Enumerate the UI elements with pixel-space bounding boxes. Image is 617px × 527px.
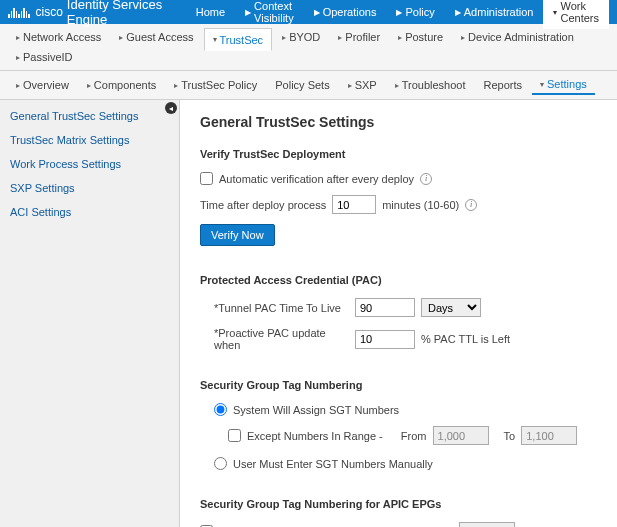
subnav-guest-access[interactable]: ▸Guest Access [111, 28, 201, 46]
info-icon[interactable]: i [465, 199, 477, 211]
subnav-trustsec-tabs: ▸Overview ▸Components ▸TrustSec Policy P… [0, 71, 617, 100]
caret-right-icon: ▶ [455, 8, 461, 17]
subnav-posture[interactable]: ▸Posture [390, 28, 451, 46]
sidebar-item-aci[interactable]: ACI Settings [0, 200, 179, 224]
caret-right-icon: ▸ [348, 81, 352, 90]
caret-right-icon: ▸ [16, 53, 20, 62]
auto-verify-checkbox[interactable] [200, 172, 213, 185]
brand-logo: cisco [8, 5, 63, 19]
section-apic: Security Group Tag Numbering for APIC EP… [200, 498, 597, 527]
top-nav: Home ▶Context Visibility ▶Operations ▶Po… [186, 0, 609, 29]
caret-right-icon: ▸ [398, 33, 402, 42]
nav-policy[interactable]: ▶Policy [386, 0, 444, 29]
subnav-network-access[interactable]: ▸Network Access [8, 28, 109, 46]
nav-work-centers[interactable]: ▾Work Centers [543, 0, 609, 29]
sgt-system-label: System Will Assign SGT Numbers [233, 404, 399, 416]
sidebar-item-matrix[interactable]: TrustSec Matrix Settings [0, 128, 179, 152]
sidebar: ◂ General TrustSec Settings TrustSec Mat… [0, 100, 180, 527]
time-units-label: minutes (10-60) [382, 199, 459, 211]
pac-proactive-suffix: % PAC TTL is Left [421, 333, 510, 345]
caret-right-icon: ▸ [174, 81, 178, 90]
tab-settings[interactable]: ▾Settings [532, 75, 595, 95]
sgt-except-label: Except Numbers In Range - [247, 430, 383, 442]
subnav-profiler[interactable]: ▸Profiler [330, 28, 388, 46]
nav-home[interactable]: Home [186, 0, 235, 29]
caret-right-icon: ▸ [119, 33, 123, 42]
caret-right-icon: ▶ [314, 8, 320, 17]
sgt-system-radio[interactable] [214, 403, 227, 416]
caret-right-icon: ▸ [338, 33, 342, 42]
pac-proactive-label: *Proactive PAC update when [214, 327, 349, 351]
main-area: ◂ General TrustSec Settings TrustSec Mat… [0, 100, 617, 527]
tab-troubleshoot[interactable]: ▸Troubleshoot [387, 75, 474, 95]
sgt-manual-label: User Must Enter SGT Numbers Manually [233, 458, 433, 470]
caret-right-icon: ▸ [395, 81, 399, 90]
sgt-from-input [433, 426, 489, 445]
caret-right-icon: ▶ [245, 8, 251, 17]
section-pac-title: Protected Access Credential (PAC) [200, 274, 597, 286]
pac-ttl-input[interactable] [355, 298, 415, 317]
sidebar-collapse-button[interactable]: ◂ [165, 102, 177, 114]
subnav-workcenters: ▸Network Access ▸Guest Access ▾TrustSec … [0, 24, 617, 71]
caret-right-icon: ▸ [461, 33, 465, 42]
caret-right-icon: ▸ [87, 81, 91, 90]
caret-down-icon: ▾ [553, 8, 557, 17]
auto-verify-label: Automatic verification after every deplo… [219, 173, 414, 185]
sgt-except-checkbox[interactable] [228, 429, 241, 442]
caret-right-icon: ▸ [282, 33, 286, 42]
cisco-logo-icon [8, 6, 30, 18]
sidebar-item-general[interactable]: General TrustSec Settings [0, 104, 179, 128]
tab-overview[interactable]: ▸Overview [8, 75, 77, 95]
section-sgt-title: Security Group Tag Numbering [200, 379, 597, 391]
pac-proactive-input[interactable] [355, 330, 415, 349]
section-sgt: Security Group Tag Numbering System Will… [200, 379, 597, 470]
section-verify-title: Verify TrustSec Deployment [200, 148, 597, 160]
sgt-from-label: From [401, 430, 427, 442]
tab-sxp[interactable]: ▸SXP [340, 75, 385, 95]
section-verify: Verify TrustSec Deployment Automatic ver… [200, 148, 597, 246]
sgt-manual-radio[interactable] [214, 457, 227, 470]
content: General TrustSec Settings Verify TrustSe… [180, 100, 617, 527]
caret-down-icon: ▾ [213, 35, 217, 44]
subnav-trustsec[interactable]: ▾TrustSec [204, 28, 273, 51]
apic-from-input [459, 522, 515, 527]
section-apic-title: Security Group Tag Numbering for APIC EP… [200, 498, 597, 510]
pac-ttl-label: *Tunnel PAC Time To Live [214, 302, 349, 314]
tab-components[interactable]: ▸Components [79, 75, 164, 95]
section-pac: Protected Access Credential (PAC) *Tunne… [200, 274, 597, 351]
subnav-byod[interactable]: ▸BYOD [274, 28, 328, 46]
app-title: Identity Services Engine [67, 0, 166, 27]
subnav-passiveid[interactable]: ▸PassiveID [8, 48, 81, 66]
caret-down-icon: ▾ [540, 80, 544, 89]
verify-now-button[interactable]: Verify Now [200, 224, 275, 246]
tab-trustsec-policy[interactable]: ▸TrustSec Policy [166, 75, 265, 95]
subnav-device-admin[interactable]: ▸Device Administration [453, 28, 582, 46]
sgt-to-input [521, 426, 577, 445]
caret-right-icon: ▸ [16, 81, 20, 90]
time-after-label: Time after deploy process [200, 199, 326, 211]
caret-right-icon: ▸ [16, 33, 20, 42]
tab-policy-sets[interactable]: Policy Sets [267, 75, 337, 95]
time-after-input[interactable] [332, 195, 376, 214]
nav-context-visibility[interactable]: ▶Context Visibility [235, 0, 304, 29]
sgt-to-label: To [504, 430, 516, 442]
top-header: cisco Identity Services Engine Home ▶Con… [0, 0, 617, 24]
nav-administration[interactable]: ▶Administration [445, 0, 544, 29]
sidebar-item-workprocess[interactable]: Work Process Settings [0, 152, 179, 176]
nav-operations[interactable]: ▶Operations [304, 0, 387, 29]
tab-reports[interactable]: Reports [475, 75, 530, 95]
sidebar-item-sxp[interactable]: SXP Settings [0, 176, 179, 200]
caret-right-icon: ▶ [396, 8, 402, 17]
chevron-left-icon: ◂ [169, 104, 173, 113]
brand-text: cisco [36, 5, 63, 19]
info-icon[interactable]: i [420, 173, 432, 185]
pac-ttl-unit-select[interactable]: Days [421, 298, 481, 317]
page-title: General TrustSec Settings [200, 114, 597, 130]
